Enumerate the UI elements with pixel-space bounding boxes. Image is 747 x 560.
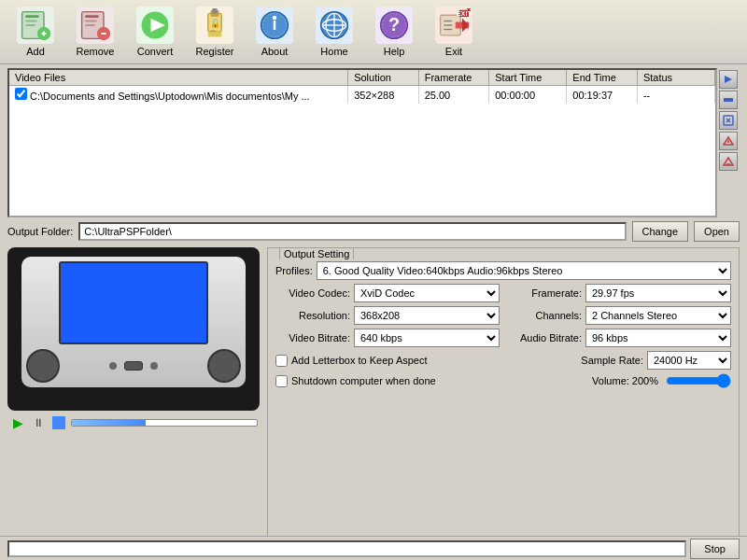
table-row: C:\Documents and Settings\Uptodown\Mis d… bbox=[9, 86, 715, 105]
output-folder-input[interactable] bbox=[78, 222, 626, 241]
svg-rect-12 bbox=[101, 33, 106, 35]
channels-label: Channels: bbox=[507, 310, 582, 321]
progress-fill bbox=[72, 420, 146, 426]
toolbar: Add Remove Convert bbox=[0, 0, 747, 64]
video-bitrate-select[interactable]: 640 kbps bbox=[354, 329, 500, 347]
side-icon-5[interactable] bbox=[719, 152, 738, 171]
settings-grid: Video Codec: XviD Codec Framerate: 29.97… bbox=[275, 284, 731, 347]
convert-button[interactable]: Convert bbox=[127, 4, 183, 60]
stop-button-main[interactable]: Stop bbox=[690, 539, 740, 559]
about-button[interactable]: i About bbox=[247, 4, 303, 60]
channels-select[interactable]: 2 Channels Stereo bbox=[585, 306, 731, 325]
svg-marker-35 bbox=[462, 19, 469, 32]
main-content: Video Files Solution Framerate Start Tim… bbox=[0, 64, 747, 560]
svg-text:🔓: 🔓 bbox=[210, 18, 221, 29]
register-button[interactable]: 🔓 Register bbox=[187, 4, 243, 60]
volume-label: Volume: 200% bbox=[592, 375, 658, 386]
side-icon-1[interactable] bbox=[719, 70, 738, 89]
framerate-label: Framerate: bbox=[507, 287, 582, 299]
svg-rect-17 bbox=[212, 8, 217, 13]
resolution-row: Resolution: 368x208 bbox=[275, 306, 500, 325]
audio-bitrate-select[interactable]: 96 kbps bbox=[585, 329, 731, 347]
progress-bar[interactable] bbox=[71, 419, 258, 427]
channels-row: Channels: 2 Channels Stereo bbox=[507, 306, 731, 325]
svg-text:?: ? bbox=[388, 14, 400, 35]
col-status: Status bbox=[637, 70, 714, 86]
exit-icon: ✕ EXIT bbox=[435, 7, 472, 44]
profiles-row: Profiles: 6. Good Quality Video:640kbps … bbox=[275, 261, 731, 280]
svg-rect-6 bbox=[43, 31, 45, 35]
pause-button[interactable]: ⏸ bbox=[30, 414, 47, 431]
psp-controls bbox=[26, 349, 241, 383]
psp-btn-select bbox=[109, 362, 117, 370]
settings-title: Output Setting bbox=[279, 247, 354, 259]
col-framerate: Framerate bbox=[418, 70, 489, 86]
video-codec-row: Video Codec: XviD Codec bbox=[275, 284, 500, 302]
status-cell: -- bbox=[637, 86, 714, 105]
start-time-cell: 00:00:00 bbox=[489, 86, 567, 105]
svg-rect-19 bbox=[208, 32, 221, 36]
col-start-time: Start Time bbox=[489, 70, 567, 86]
volume-slider[interactable] bbox=[666, 373, 731, 388]
settings-panel: Output Setting Profiles: 6. Good Quality… bbox=[267, 247, 740, 560]
side-icon-4[interactable] bbox=[719, 132, 738, 150]
register-icon: 🔓 bbox=[196, 7, 233, 44]
status-bar: Stop bbox=[0, 536, 747, 560]
psp-center bbox=[109, 361, 158, 371]
help-button[interactable]: ? Help bbox=[366, 4, 422, 60]
psp-screen bbox=[59, 261, 208, 344]
psp-buttons bbox=[207, 349, 241, 383]
convert-label: Convert bbox=[137, 46, 174, 57]
audio-bitrate-label: Audio Bitrate: bbox=[507, 332, 582, 343]
svg-rect-3 bbox=[25, 24, 35, 26]
side-icon-3[interactable] bbox=[719, 111, 738, 130]
exit-button[interactable]: ✕ EXIT Exit bbox=[426, 4, 482, 60]
audio-bitrate-row: Audio Bitrate: 96 kbps bbox=[507, 329, 731, 347]
shutdown-label: Shutdown computer when done bbox=[291, 375, 436, 386]
sample-rate-label: Sample Rate: bbox=[569, 355, 643, 366]
profiles-label: Profiles: bbox=[275, 265, 313, 276]
play-button[interactable]: ▶ bbox=[9, 414, 26, 431]
framerate-select[interactable]: 29.97 fps bbox=[585, 284, 731, 302]
side-icon-2[interactable] bbox=[719, 91, 738, 109]
svg-point-24 bbox=[273, 16, 277, 21]
about-label: About bbox=[261, 46, 289, 57]
remove-label: Remove bbox=[77, 46, 115, 57]
about-icon: i bbox=[256, 7, 293, 44]
shutdown-volume-row: Shutdown computer when done Volume: 200% bbox=[275, 373, 731, 388]
shutdown-checkbox[interactable] bbox=[275, 375, 288, 387]
video-codec-select[interactable]: XviD Codec bbox=[354, 284, 500, 302]
profiles-select[interactable]: 6. Good Quality Video:640kbps Audio:96kb… bbox=[317, 261, 731, 280]
open-button[interactable]: Open bbox=[694, 221, 740, 242]
psp-dpad bbox=[26, 349, 60, 383]
psp-preview bbox=[7, 247, 260, 411]
svg-rect-42 bbox=[724, 98, 733, 102]
stop-button[interactable] bbox=[50, 414, 67, 431]
svg-rect-2 bbox=[25, 21, 37, 22]
convert-icon bbox=[136, 7, 174, 44]
add-button[interactable]: Add bbox=[7, 4, 63, 60]
status-input[interactable] bbox=[7, 540, 686, 557]
bottom-section: ▶ ⏸ Output Setting Profiles: 6. Good Qua… bbox=[7, 247, 740, 560]
add-label: Add bbox=[26, 46, 45, 57]
home-button[interactable]: Home bbox=[306, 4, 362, 60]
register-label: Register bbox=[196, 46, 234, 57]
output-folder-row: Output Folder: Change Open bbox=[7, 221, 740, 242]
output-folder-label: Output Folder: bbox=[7, 226, 73, 237]
letterbox-checkbox[interactable] bbox=[275, 355, 288, 367]
video-bitrate-row: Video Bitrate: 640 kbps bbox=[275, 329, 500, 347]
end-time-cell: 00:19:37 bbox=[567, 86, 638, 105]
svg-rect-1 bbox=[25, 15, 38, 18]
exit-label: Exit bbox=[445, 46, 462, 57]
resolution-select[interactable]: 368x208 bbox=[354, 306, 500, 325]
file-cell: C:\Documents and Settings\Uptodown\Mis d… bbox=[9, 86, 348, 105]
change-button[interactable]: Change bbox=[632, 221, 689, 242]
remove-button[interactable]: Remove bbox=[67, 4, 123, 60]
file-checkbox[interactable] bbox=[15, 88, 27, 100]
sample-rate-select[interactable]: 24000 Hz bbox=[647, 351, 731, 370]
stop-icon bbox=[52, 416, 65, 429]
home-label: Home bbox=[320, 46, 347, 57]
solution-cell: 352×288 bbox=[348, 86, 419, 105]
col-end-time: End Time bbox=[567, 70, 638, 86]
home-icon bbox=[316, 7, 353, 44]
